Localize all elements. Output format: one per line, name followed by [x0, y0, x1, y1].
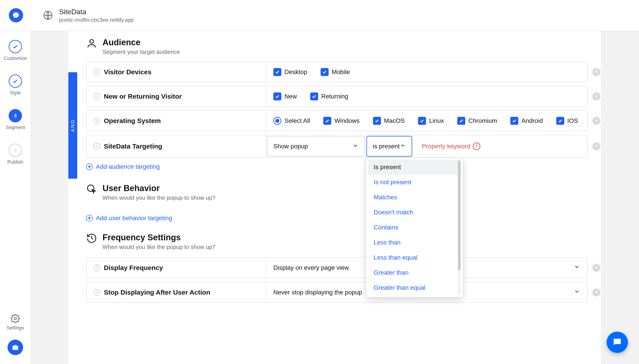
rail-briefcase-button[interactable] [8, 340, 23, 355]
site-title-block: SiteData poetic-muffin-cbc3ee.netlify.ap… [59, 8, 134, 23]
globe-icon [43, 10, 53, 20]
dropdown-scrollbar[interactable] [458, 160, 461, 294]
step-number-3: 3 [9, 109, 22, 122]
row-visitor-devices: i Visitor Devices Desktop Mobile ✕ [86, 62, 587, 82]
chevron-down-icon [352, 142, 359, 150]
select-action[interactable]: Show popup [267, 136, 365, 156]
remove-row-button[interactable]: ✕ [592, 288, 600, 296]
dropdown-item-greater-than[interactable]: Greater than [368, 265, 460, 280]
rail-step-customize[interactable]: Customize [4, 40, 27, 61]
section-header-behavior: User Behavior When would you like the po… [86, 184, 587, 201]
briefcase-icon [12, 344, 19, 351]
frequency-subtitle: When would you like the popup to show up… [103, 244, 215, 250]
dropdown-item-less-than[interactable]: Less than [368, 235, 460, 250]
plus-icon: + [86, 164, 93, 170]
remove-row-button[interactable]: ✕ [592, 264, 600, 272]
row-label: New or Returning Visitor [104, 93, 182, 100]
audience-subtitle: Segment your target audience [103, 48, 180, 56]
select-condition[interactable]: is present [367, 136, 412, 156]
remove-row-button[interactable]: ✕ [592, 68, 600, 76]
section-header-audience: Audience Segment your target audience [86, 38, 587, 56]
row-label: SiteData Targeting [104, 142, 162, 150]
dropdown-item-doesnt-match[interactable]: Doesn't match [368, 205, 460, 220]
remove-row-button[interactable]: ✕ [592, 117, 600, 125]
condition-dropdown: Is present Is not present Matches Doesn'… [366, 158, 463, 298]
add-audience-targeting-link[interactable]: + Add audience targeting [86, 163, 587, 170]
checkbox-macos[interactable]: MacOS [373, 117, 405, 125]
audience-title: Audience [103, 38, 180, 47]
row-label: Stop Displaying After User Action [104, 289, 210, 296]
cursor-click-icon [86, 184, 97, 195]
dropdown-item-matches[interactable]: Matches [368, 190, 460, 205]
chat-bubble-icon [12, 11, 20, 19]
behavior-title: User Behavior [103, 184, 215, 193]
warning-icon: ! [473, 142, 480, 150]
info-icon[interactable]: i [94, 264, 100, 271]
checkbox-linux[interactable]: Linux [418, 117, 444, 125]
checkbox-desktop[interactable]: Desktop [273, 68, 307, 76]
step-number-4: 4 [9, 144, 22, 157]
row-label: Visitor Devices [104, 68, 152, 76]
gear-icon [11, 314, 20, 323]
checkbox-returning[interactable]: Returning [310, 92, 348, 100]
checkbox-ios[interactable]: IOS [556, 117, 578, 125]
row-label: Operating System [104, 117, 161, 124]
dropdown-item-less-than-equal[interactable]: Less than equal [368, 250, 460, 265]
chat-fab-button[interactable] [607, 332, 628, 353]
dropdown-item-is-not-present[interactable]: Is not present [368, 175, 460, 190]
and-strip: AND [68, 72, 77, 179]
row-sitedata-targeting: i SiteData Targeting Show popup is prese… [86, 135, 587, 158]
rail-step-label: Style [10, 90, 21, 96]
row-label: Display Frequency [104, 264, 163, 272]
top-header: SiteData poetic-muffin-cbc3ee.netlify.ap… [0, 0, 639, 31]
behavior-subtitle: When would you like the popup to show up… [103, 194, 215, 201]
rail-step-publish[interactable]: 4 Publish [7, 144, 23, 165]
checkbox-android[interactable]: Android [510, 117, 543, 125]
dropdown-item-contains[interactable]: Contains [368, 220, 460, 235]
site-domain: poetic-muffin-cbc3ee.netlify.app [59, 17, 134, 23]
section-header-frequency: Frequency Settings When would you like t… [86, 233, 587, 250]
info-icon[interactable]: i [94, 118, 100, 124]
checkbox-mobile[interactable]: Mobile [321, 68, 350, 76]
info-icon[interactable]: i [94, 93, 100, 100]
rail-step-label: Customize [4, 56, 27, 61]
row-stop-displaying: i Stop Displaying After User Action Neve… [86, 282, 587, 303]
row-operating-system: i Operating System Select All Windows Ma… [86, 110, 587, 131]
rail-settings[interactable]: Settings [7, 314, 24, 331]
checkbox-new[interactable]: New [273, 92, 297, 100]
checkbox-chromium[interactable]: Chromium [457, 117, 497, 125]
row-visitor-type: i New or Returning Visitor New Returning… [86, 86, 587, 107]
dropdown-item-greater-than-equal[interactable]: Greater than equal [368, 280, 460, 295]
person-icon [86, 38, 97, 49]
site-name: SiteData [59, 8, 134, 16]
info-icon[interactable]: i [94, 143, 100, 150]
rail-settings-label: Settings [7, 325, 24, 331]
dropdown-item-is-present[interactable]: Is present [368, 160, 460, 175]
remove-row-button[interactable]: ✕ [592, 92, 600, 100]
left-rail: Customize Style 3 Segment 4 Publish Sett… [0, 31, 31, 364]
rail-step-label: Segment [6, 124, 25, 130]
rail-step-segment[interactable]: 3 Segment [6, 109, 25, 130]
main-panel: AND Audience Segment your target audienc… [68, 31, 601, 364]
info-icon[interactable]: i [94, 69, 100, 75]
checkbox-windows[interactable]: Windows [323, 117, 360, 125]
app-logo[interactable] [9, 8, 23, 22]
plus-icon: + [86, 215, 93, 222]
chevron-down-icon [574, 264, 580, 272]
chat-icon [612, 337, 622, 348]
property-warning: Property keyword ! [413, 142, 587, 150]
rail-step-label: Publish [7, 159, 23, 165]
remove-row-button[interactable]: ✕ [592, 142, 600, 150]
add-behavior-targeting-link[interactable]: + Add user behavior targeting [86, 214, 587, 222]
info-icon[interactable]: i [94, 289, 100, 296]
radio-select-all[interactable]: Select All [273, 117, 310, 125]
svg-point-1 [14, 318, 17, 320]
svg-point-2 [90, 40, 94, 43]
chevron-down-icon [574, 288, 580, 296]
frequency-title: Frequency Settings [103, 233, 215, 242]
row-display-frequency: i Display Frequency Display on every pag… [86, 257, 587, 278]
chevron-up-icon [400, 142, 406, 150]
history-icon [86, 233, 97, 244]
rail-step-style[interactable]: Style [9, 74, 22, 96]
